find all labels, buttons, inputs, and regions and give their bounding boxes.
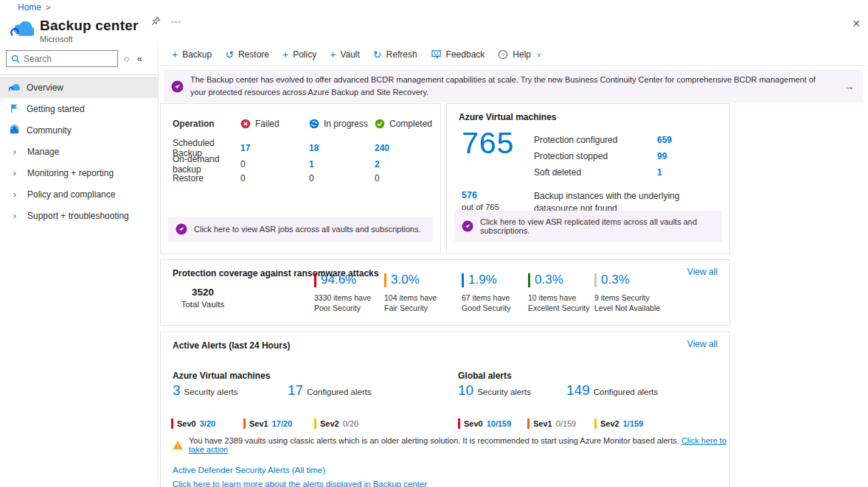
page-header: Backup center ⋯ Microsoft (10, 16, 181, 43)
sev-value-link[interactable]: 10/159 (487, 419, 512, 428)
stat-percent: 0.3% (601, 273, 630, 287)
vm-total-count[interactable]: 765 (462, 126, 514, 161)
sev-value-link[interactable]: 17/20 (272, 419, 293, 428)
azure-vm-card: Azure Virtual machines 765 Protection co… (446, 103, 730, 254)
failed-count: 0 (240, 173, 309, 183)
feedback-button-label: Feedback (446, 49, 485, 60)
filter-diamond-icon[interactable]: ◇ (124, 55, 130, 63)
asr-jobs-notice[interactable]: Click here to view ASR jobs across all v… (168, 217, 433, 242)
sidebar-item-label: Monitoring + reporting (27, 168, 114, 178)
more-options-icon[interactable]: ⋯ (171, 16, 181, 27)
chevron-right-icon: › (9, 210, 21, 221)
configured-alerts-count[interactable]: 149 Configured alerts (566, 382, 658, 399)
warning-icon (173, 440, 183, 450)
jobs-table-header: Operation Failed In progress (173, 116, 433, 132)
completed-count-link[interactable]: 2 (375, 159, 434, 169)
count-label: Security alerts (477, 388, 531, 396)
search-input[interactable] (24, 54, 105, 64)
sev-value-link[interactable]: 3/20 (200, 419, 215, 428)
security-stat-excellent[interactable]: 0.3% 10 items have Excellent Security (528, 273, 599, 313)
backup-button[interactable]: + Backup (165, 44, 218, 65)
overview-cloud-icon (9, 82, 20, 93)
security-alerts-count[interactable]: 10 Security alerts (458, 382, 531, 399)
count-value: 149 (566, 382, 590, 399)
learn-more-link[interactable]: Click here to learn more about the alert… (173, 478, 427, 487)
stat-label: Soft deleted (534, 167, 657, 178)
sev-color-bar (314, 418, 316, 429)
count-label: Configured alerts (307, 388, 372, 396)
asr-jobs-notice-text: Click here to view ASR jobs across all v… (194, 225, 421, 234)
in-progress-count-link[interactable]: 18 (309, 143, 375, 153)
security-stat-poor[interactable]: 94.6% 3330 items have Poor Security (314, 273, 385, 313)
stat-value-link[interactable]: 659 (657, 135, 672, 145)
vm-stat-row: Soft deleted 1 (534, 164, 720, 181)
sidebar-item-community[interactable]: Community (0, 119, 158, 141)
table-row: On-demand backup 0 1 2 (173, 154, 433, 170)
pin-icon[interactable] (151, 16, 161, 26)
completed-count-link[interactable]: 240 (375, 143, 434, 153)
in-progress-count-link[interactable]: 1 (309, 159, 375, 169)
sidebar-menu: Overview Getting started Community › Man… (0, 77, 158, 226)
total-vaults-value: 3520 (174, 287, 232, 298)
help-button[interactable]: ? Help ∨ (491, 44, 548, 65)
sev0-stat[interactable]: Sev0 10/159 (458, 418, 511, 429)
stat-color-bar (528, 273, 530, 287)
restore-button[interactable]: ↺ Restore (218, 44, 276, 65)
security-stat-not-available[interactable]: 0.3% 9 items Security Level Not Availabl… (594, 273, 665, 313)
sev-name: Sev1 (533, 419, 552, 428)
active-alerts-card: Active Alerts (last 24 Hours) View all A… (160, 332, 730, 487)
asr-replicated-notice[interactable]: Click here to view ASR replicated items … (454, 211, 722, 242)
restore-arrow-icon: ↺ (225, 49, 234, 60)
security-stat-fair[interactable]: 3.0% 104 items have Fair Security (384, 273, 455, 313)
total-vaults-label: Total Vaults (174, 300, 232, 309)
sev2-stat[interactable]: Sev2 1/159 (594, 418, 643, 429)
stat-value-link[interactable]: 1 (657, 167, 662, 178)
stat-label: 67 items have Good Security (462, 292, 530, 313)
sev-value: 0/159 (556, 419, 577, 428)
column-failed: Failed (240, 119, 309, 129)
sev1-stat[interactable]: Sev1 17/20 (243, 418, 292, 429)
collapse-sidebar-icon[interactable]: « (137, 53, 142, 64)
failed-count: 0 (240, 159, 309, 169)
vault-button[interactable]: + Vault (323, 44, 367, 65)
chevron-right-icon: › (9, 167, 21, 178)
feedback-button[interactable]: Feedback (424, 44, 492, 65)
sev2-stat[interactable]: Sev2 0/20 (314, 418, 358, 429)
close-icon[interactable]: ✕ (852, 18, 861, 29)
vault-button-label: Vault (340, 49, 359, 60)
backup-button-label: Backup (182, 49, 212, 60)
refresh-button-label: Refresh (386, 49, 417, 60)
sidebar-item-support-troubleshooting[interactable]: › Support + troubleshooting (0, 205, 158, 226)
sidebar-item-overview[interactable]: Overview (0, 77, 158, 98)
arrow-right-icon[interactable]: → (844, 81, 854, 92)
warning-text: You have 2389 vaults using classic alert… (189, 436, 679, 445)
security-alerts-count[interactable]: 3 Security alerts (173, 382, 237, 399)
security-stat-good[interactable]: 1.9% 67 items have Good Security (462, 273, 532, 313)
sidebar-item-getting-started[interactable]: Getting started (0, 98, 158, 119)
sidebar-item-monitoring-reporting[interactable]: › Monitoring + reporting (0, 162, 158, 183)
failed-count-link[interactable]: 17 (240, 143, 309, 153)
sev-value-link[interactable]: 1/159 (623, 419, 644, 428)
column-completed: Completed (375, 119, 434, 129)
datasource-value-link[interactable]: 576 (462, 190, 499, 200)
sidebar-item-manage[interactable]: › Manage (0, 141, 158, 162)
stat-value-link[interactable]: 99 (657, 151, 667, 161)
search-box[interactable] (6, 50, 118, 67)
view-all-link[interactable]: View all (687, 267, 718, 277)
sev-name: Sev1 (249, 419, 268, 428)
sev1-stat[interactable]: Sev1 0/159 (527, 418, 576, 429)
breadcrumb-home-link[interactable]: Home (18, 2, 41, 13)
sev0-stat[interactable]: Sev0 3/20 (171, 418, 215, 429)
sev-name: Sev2 (600, 419, 619, 428)
asr-replicated-notice-text: Click here to view ASR replicated items … (480, 217, 715, 235)
configured-alerts-count[interactable]: 17 Configured alerts (288, 382, 372, 399)
defender-alerts-link[interactable]: Active Defender Security Alerts (All tim… (173, 464, 427, 477)
refresh-button[interactable]: ↻ Refresh (367, 44, 424, 65)
policy-button-label: Policy (293, 49, 316, 60)
bcdr-notification-banner[interactable]: The Backup center has evolved to offer a… (164, 70, 863, 102)
view-all-link[interactable]: View all (687, 339, 718, 349)
chevron-right-icon: › (9, 189, 21, 200)
sidebar-item-policy-compliance[interactable]: › Policy and compliance (0, 183, 158, 205)
sev-color-bar (243, 418, 246, 429)
policy-button[interactable]: + Policy (276, 44, 323, 65)
